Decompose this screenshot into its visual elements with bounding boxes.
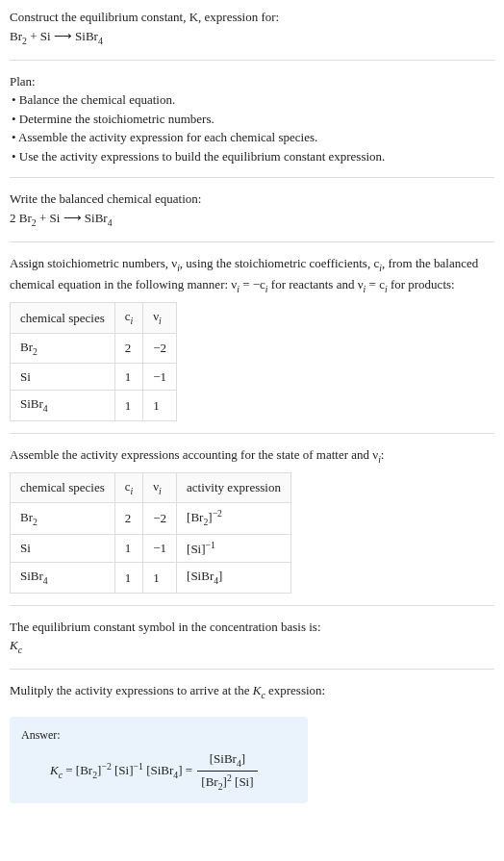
cell-vi: −2 [143, 333, 177, 363]
plan-item: Use the activity expressions to build th… [10, 147, 494, 166]
balanced-equation: 2 Br2 + Si ⟶ SiBr4 [10, 209, 494, 230]
plan-item: Determine the stoichiometric numbers. [10, 110, 494, 129]
answer-expression: Kc = [Br2]−2 [Si]−1 [SiBr4] = [SiBr4] [B… [21, 749, 296, 795]
divider [10, 433, 494, 434]
answer-box: Answer: Kc = [Br2]−2 [Si]−1 [SiBr4] = [S… [10, 717, 308, 804]
answer-fraction: [SiBr4] [Br2]2 [Si] [197, 749, 257, 795]
table-row: SiBr4 1 1 [SiBr4] [11, 563, 291, 593]
kc-symbol: Kc [10, 636, 494, 657]
cell-ci: 1 [114, 391, 143, 420]
cell-vi: 1 [143, 391, 177, 420]
divider [10, 60, 494, 61]
table-row: Si 1 −1 [Si]−1 [11, 534, 291, 563]
stoich-intro: Assign stoichiometric numbers, νi, using… [10, 254, 494, 296]
col-species: chemical species [11, 472, 115, 502]
divider [10, 177, 494, 178]
col-expr: activity expression [177, 472, 291, 502]
cell-vi: −1 [143, 363, 177, 391]
col-ci: ci [114, 472, 143, 502]
cell-expr: [Br2]−2 [177, 502, 291, 534]
table-row: SiBr4 1 1 [11, 391, 177, 420]
divider [10, 605, 494, 606]
cell-species: Si [11, 363, 115, 391]
cell-vi: −1 [143, 534, 177, 563]
plan-item: Assemble the activity expression for eac… [10, 128, 494, 147]
construct-intro: Construct the equilibrium constant, K, e… [10, 8, 494, 27]
answer-label: Answer: [21, 726, 296, 744]
cell-expr: [Si]−1 [177, 534, 291, 563]
cell-species: Si [11, 534, 115, 563]
activity-intro: Assemble the activity expressions accoun… [10, 445, 494, 467]
cell-species: Br2 [11, 333, 115, 363]
cell-vi: −2 [143, 502, 177, 534]
answer-lhs: Kc = [Br2]−2 [Si]−1 [SiBr4] = [50, 763, 192, 777]
cell-expr: [SiBr4] [177, 563, 291, 593]
cell-ci: 1 [114, 363, 143, 391]
fraction-denominator: [Br2]2 [Si] [197, 772, 257, 795]
col-vi: νi [143, 472, 177, 502]
fraction-numerator: [SiBr4] [197, 749, 257, 772]
plan-title: Plan: [10, 72, 494, 91]
cell-ci: 2 [114, 502, 143, 534]
multiply-intro: Mulitply the activity expressions to arr… [10, 681, 494, 702]
divider [10, 669, 494, 670]
table-row: Br2 2 −2 [11, 333, 177, 363]
col-ci: ci [114, 303, 143, 333]
kc-intro: The equilibrium constant symbol in the c… [10, 618, 494, 637]
cell-species: SiBr4 [11, 391, 115, 420]
divider [10, 241, 494, 242]
col-vi: νi [143, 303, 177, 333]
cell-ci: 2 [114, 333, 143, 363]
cell-species: Br2 [11, 502, 115, 534]
unbalanced-equation: Br2 + Si ⟶ SiBr4 [10, 27, 494, 48]
plan-item: Balance the chemical equation. [10, 90, 494, 110]
cell-ci: 1 [114, 563, 143, 593]
table-row: Si 1 −1 [11, 363, 177, 391]
balanced-intro: Write the balanced chemical equation: [10, 190, 494, 209]
stoich-table: chemical species ci νi Br2 2 −2 Si 1 −1 … [10, 302, 177, 420]
cell-ci: 1 [114, 534, 143, 563]
cell-species: SiBr4 [11, 563, 115, 593]
plan-section: Plan: Balance the chemical equation. Det… [10, 72, 494, 166]
col-species: chemical species [11, 303, 115, 333]
cell-vi: 1 [143, 563, 177, 593]
table-row: Br2 2 −2 [Br2]−2 [11, 502, 291, 534]
activity-table: chemical species ci νi activity expressi… [10, 472, 291, 594]
